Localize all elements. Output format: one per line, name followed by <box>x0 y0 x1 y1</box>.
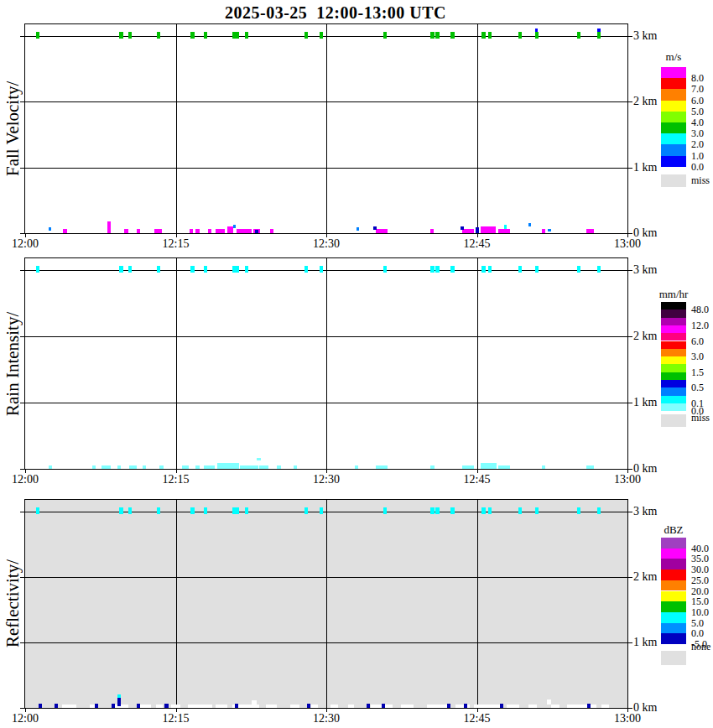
data-mark <box>233 225 237 228</box>
data-mark <box>137 704 140 708</box>
panel-rain-intensity <box>24 257 628 470</box>
data-mark <box>92 465 96 469</box>
x-axis-tick <box>326 233 327 237</box>
data-mark <box>597 29 601 32</box>
data-mark <box>240 465 258 469</box>
y-tick-label: 3 km <box>633 263 672 277</box>
data-mark <box>257 458 260 460</box>
colorbar-segment <box>661 89 686 100</box>
x-axis-tick <box>477 469 478 473</box>
colorbar-tick-label: 3.0 <box>691 128 704 138</box>
data-mark <box>137 229 140 233</box>
x-axis-tick <box>326 469 327 473</box>
gridline-time <box>326 258 327 469</box>
data-mark <box>498 465 510 469</box>
colorbar-segment <box>661 122 686 133</box>
data-mark <box>294 465 297 469</box>
data-mark <box>49 465 52 469</box>
data-mark <box>235 704 238 708</box>
data-mark <box>577 32 580 39</box>
colorbar-segment <box>661 380 686 387</box>
data-mark <box>204 465 215 469</box>
data-mark <box>481 463 497 468</box>
data-mark <box>232 266 239 273</box>
x-tick-label: 12:45 <box>452 237 502 251</box>
colorbar-tick-label: 10.0 <box>691 607 709 617</box>
data-mark <box>481 226 496 233</box>
colorbar-miss-swatch <box>661 414 686 427</box>
y-tick-label: 0 km <box>633 701 672 715</box>
data-mark <box>190 507 194 514</box>
data-mark <box>119 507 122 514</box>
colorbar-tick-label: 3.0 <box>691 351 704 361</box>
data-mark <box>259 465 268 469</box>
colorbar-tick-label: 20.0 <box>691 586 709 596</box>
panel-ylabel-reflectivity: Reflectivity/ <box>2 500 23 708</box>
data-mark <box>435 507 439 514</box>
x-tick-label: 12:00 <box>0 473 50 486</box>
x-axis-tick <box>326 708 327 712</box>
data-mark <box>112 704 115 708</box>
data-mark <box>119 32 122 39</box>
data-mark <box>518 32 522 39</box>
colorbar-miss-swatch <box>661 174 686 187</box>
colorbar-segment <box>661 112 686 122</box>
data-mark <box>182 465 189 469</box>
data-mark <box>232 507 239 514</box>
y-axis-tick <box>20 233 24 234</box>
colorbar-tick-label: 8.0 <box>691 73 704 83</box>
y-axis-tick <box>20 708 24 709</box>
data-mark <box>128 266 132 273</box>
figure-title: 2025-03-25 12:00-13:00 UTC <box>0 3 671 23</box>
data-mark <box>159 229 162 233</box>
data-mark <box>528 705 538 708</box>
data-mark <box>139 705 150 708</box>
colorbar-segment <box>661 601 686 612</box>
y-axis-tick <box>628 36 632 37</box>
colorbar-tick-label: 30.0 <box>691 564 709 575</box>
data-mark <box>430 507 434 514</box>
colorbar-segment <box>661 67 686 78</box>
colorbar-segment <box>661 309 686 317</box>
data-mark <box>117 698 121 705</box>
data-mark <box>587 704 591 708</box>
data-mark <box>518 266 522 273</box>
colorbar-tick-label: 25.0 <box>691 575 709 585</box>
data-mark <box>488 32 492 39</box>
data-mark <box>376 465 388 469</box>
data-mark <box>488 507 492 514</box>
data-mark <box>450 32 454 39</box>
colorbar-segment <box>661 78 686 89</box>
data-mark <box>204 507 207 514</box>
data-mark <box>330 705 339 708</box>
colorbar-title-rain-intensity: mm/hr <box>644 288 703 301</box>
gridline-time <box>176 500 177 708</box>
data-mark <box>367 704 370 708</box>
data-mark <box>450 507 454 514</box>
data-mark <box>356 227 360 231</box>
data-mark <box>117 465 121 469</box>
colorbar-tick-label: 15.0 <box>691 596 709 606</box>
colorbar-tick-label: 0.0 <box>691 162 704 172</box>
data-mark <box>95 704 98 708</box>
colorbar-segment <box>661 333 686 341</box>
x-tick-label: 12:00 <box>0 712 50 725</box>
data-mark <box>227 226 233 233</box>
data-mark <box>255 230 258 233</box>
data-mark <box>188 705 212 708</box>
colorbar-miss-label: miss <box>691 175 710 185</box>
data-mark <box>430 229 434 233</box>
data-mark <box>143 465 146 469</box>
y-axis-tick <box>628 168 632 169</box>
x-tick-label: 12:30 <box>301 237 351 251</box>
data-mark <box>320 266 323 273</box>
colorbar-tick-label: 6.0 <box>691 336 704 346</box>
colorbar-segment <box>661 325 686 333</box>
data-mark <box>164 704 168 708</box>
gridline-time <box>176 24 177 233</box>
data-mark <box>154 229 158 233</box>
y-axis-tick <box>20 512 24 512</box>
y-axis-tick <box>20 270 24 271</box>
data-mark <box>195 229 199 233</box>
data-mark <box>124 229 128 233</box>
